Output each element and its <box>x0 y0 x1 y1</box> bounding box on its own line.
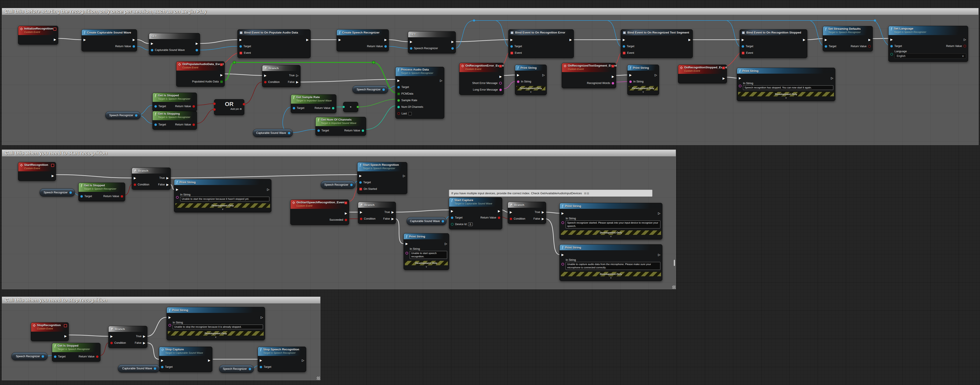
string-value-field[interactable]: Unable to capture audio data from the mi… <box>566 262 660 270</box>
exec-pin[interactable]: ▶ <box>451 40 454 43</box>
exec-pin[interactable]: ▶ <box>208 359 210 362</box>
exec-pin[interactable]: ▶ <box>410 40 412 43</box>
exec-pin[interactable]: ▶ <box>220 73 223 77</box>
device-id-field[interactable]: 0 <box>468 222 473 226</box>
set-speech-recognizer[interactable]: SET▶▶Speech Recognizer <box>408 31 456 53</box>
exec-pin[interactable]: ▶ <box>510 211 512 214</box>
data-pin[interactable] <box>398 106 400 108</box>
branch-start[interactable]: ↱Branch▶True▶ConditionFalse▶ <box>132 168 171 190</box>
delegate-pin[interactable] <box>623 51 625 54</box>
exec-pin[interactable]: ▶ <box>176 188 178 191</box>
data-pin[interactable] <box>196 49 198 51</box>
exec-pin[interactable]: ▷ <box>302 359 304 362</box>
exec-pin[interactable]: ▶ <box>359 174 362 177</box>
set-streaming-defaults[interactable]: ƒSet Streaming DefaultsTarget is Speech … <box>823 26 873 51</box>
exec-pin[interactable]: ▶ <box>83 38 86 41</box>
exec-pin[interactable]: ▶ <box>868 38 871 41</box>
exec-pin[interactable]: ▶ <box>264 74 267 77</box>
exec-pin[interactable]: ▶ <box>239 38 242 41</box>
exec-pin[interactable]: ▷ <box>403 174 405 177</box>
print-string-stopped[interactable]: ƒPrint String▶▷ In String Speech recogni… <box>737 68 835 101</box>
data-pin[interactable] <box>264 81 267 83</box>
advanced-view-chevron-icon[interactable]: ∨ <box>560 235 662 238</box>
data-pin[interactable] <box>154 123 157 126</box>
on-recognition-stopped-event[interactable]: ◇OnRecognitionStopped_EventCustom Event▶ <box>678 65 727 83</box>
object-output-pin[interactable] <box>249 368 251 370</box>
variable-get-capturable-sound-wave[interactable]: Capturable Sound Wave <box>253 129 293 137</box>
exec-pin[interactable]: ▷ <box>542 73 545 77</box>
comment-title[interactable]: Call this before starting the recognitio… <box>2 8 978 15</box>
get-num-of-channels[interactable]: ƒGet Num Of ChannelsTarget is Imported S… <box>315 117 366 136</box>
string-input-pin[interactable] <box>562 221 564 224</box>
array-pin[interactable] <box>398 93 400 95</box>
data-pin[interactable] <box>398 112 400 115</box>
data-pin[interactable] <box>359 181 362 184</box>
print-string-unable-start[interactable]: ƒPrint String▶▷ In String Unable to star… <box>404 233 449 270</box>
delegate-pin[interactable] <box>359 188 362 190</box>
variable-get-capturable-sound-wave[interactable]: Capturable Sound Wave <box>407 217 447 225</box>
exec-pin[interactable]: ▶ <box>306 38 309 41</box>
print-string-not-stopped[interactable]: ƒPrint String▶▷ In String Unable to star… <box>174 179 271 212</box>
exec-pin[interactable]: ▶ <box>169 316 171 319</box>
variable-get-speech-recognizer[interactable]: Speech Recognizer <box>321 181 355 189</box>
data-pin[interactable] <box>500 89 502 91</box>
bool-input-pin[interactable] <box>213 108 216 111</box>
exec-pin[interactable]: ▶ <box>166 176 169 179</box>
initialize-recognition-event[interactable]: ◇InitializeRecognitionCustom Event▶ <box>18 26 58 45</box>
on-recognized-text-segment-event[interactable]: ◇OnRecognizedTextSegment_EventCustom Eve… <box>562 63 616 88</box>
data-pin[interactable] <box>510 218 512 220</box>
or-node[interactable]: OR Add pin ⊕ <box>214 99 244 115</box>
string-value-field[interactable]: Unable to start the recognizer because i… <box>180 197 269 201</box>
print-string-unable-capture[interactable]: ƒPrint String▶▷ In String Unable to capt… <box>560 244 662 281</box>
branch-stop[interactable]: ↱Branch▶True▶ConditionFalse▶ <box>108 326 147 348</box>
exec-pin[interactable]: ▶ <box>360 211 362 214</box>
bool-input-pin[interactable] <box>213 102 216 105</box>
bind-event-on-recognition-stopped[interactable]: ▣Bind Event to On Recognition Stopped▶▶T… <box>740 29 807 58</box>
data-pin[interactable] <box>96 355 99 358</box>
comment-title[interactable]: Call this when you need to start recogni… <box>2 150 676 157</box>
object-output-pin[interactable] <box>69 192 72 194</box>
exec-pin[interactable]: ▶ <box>54 38 56 41</box>
stop-recognition-event[interactable]: ◇StopRecognitionCustom Event▶ <box>31 323 69 341</box>
advanced-view-chevron-icon[interactable]: ∨ <box>628 91 659 93</box>
delegate-output-pin[interactable] <box>51 164 54 167</box>
language-input-pin[interactable] <box>890 53 893 56</box>
print-string-already-stopped[interactable]: ƒPrint String▶▷ In String Unable to stop… <box>167 307 265 340</box>
delegate-output-pin[interactable] <box>722 66 725 69</box>
exec-pin[interactable]: ▶ <box>161 359 164 362</box>
delegate-pin[interactable] <box>239 51 242 54</box>
exec-pin[interactable]: ▶ <box>406 242 408 245</box>
exec-pin[interactable]: ▶ <box>612 75 614 78</box>
get-is-stopped-3[interactable]: ƒGet Is StoppedTarget is Speech Recogniz… <box>52 343 100 362</box>
stop-speech-recognition[interactable]: ƒStop Speech RecognitionTarget is Speech… <box>258 347 306 372</box>
exec-pin[interactable]: ▷ <box>964 38 966 41</box>
exec-pin[interactable]: ▶ <box>803 38 805 41</box>
start-capture[interactable]: ƒStart CaptureTarget is Capturable Sound… <box>449 197 502 229</box>
create-capturable-sound-wave[interactable]: ƒCreate Capturable Sound Wave▶▶Return Va… <box>81 29 137 51</box>
comment-title[interactable]: Call this when you need to stop recognit… <box>2 297 320 304</box>
delegate-output-pin[interactable] <box>499 65 502 68</box>
get-sample-rate[interactable]: ƒGet Sample RateTarget is Imported Sound… <box>291 94 336 113</box>
data-pin[interactable] <box>134 184 136 186</box>
object-output-pin[interactable] <box>442 220 444 222</box>
data-pin[interactable] <box>384 45 387 48</box>
exec-pin[interactable]: ▶ <box>133 38 135 41</box>
checkbox[interactable] <box>408 112 412 115</box>
data-pin[interactable] <box>410 47 412 50</box>
create-speech-recognizer[interactable]: ƒCreate Speech Recognizer▶▶Return Value <box>337 29 389 51</box>
exec-pin[interactable]: ▷ <box>261 316 263 319</box>
exec-pin[interactable]: ▷ <box>445 242 447 245</box>
exec-pin[interactable]: ▶ <box>110 335 113 338</box>
advanced-view-chevron-icon[interactable]: ∨ <box>560 276 662 279</box>
exec-pin[interactable]: ▷ <box>831 77 833 80</box>
data-pin[interactable] <box>345 219 347 221</box>
array-pin[interactable] <box>220 80 223 83</box>
object-output-pin[interactable] <box>154 367 156 370</box>
data-pin[interactable] <box>192 105 195 108</box>
data-pin[interactable] <box>517 80 519 83</box>
comment-resize-handle[interactable] <box>317 377 320 380</box>
variable-get-capturable-sound-wave[interactable]: Capturable Sound Wave <box>118 364 160 372</box>
comment-resize-handle[interactable] <box>672 286 676 289</box>
comment-pin-icon[interactable]: ▤▥ <box>584 192 590 195</box>
data-pin[interactable] <box>511 45 513 48</box>
